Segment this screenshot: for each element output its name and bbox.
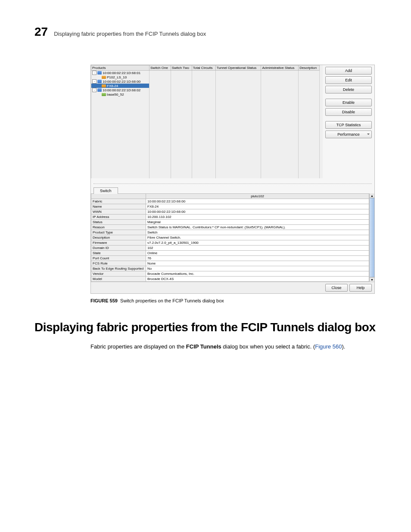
col-description[interactable]: Description (299, 65, 320, 71)
detail-row: NameFX8-24 (91, 204, 369, 209)
page-header: 27 Displaying fabric properties from the… (34, 25, 377, 39)
detail-row: Product TypeSwitch (91, 230, 369, 235)
pane-divider[interactable] (93, 184, 372, 184)
details-header: pluto102 (146, 194, 369, 199)
tree-label: 10:00:00:02:22:1D:68:01 (103, 71, 140, 75)
delete-button[interactable]: Delete (325, 86, 372, 93)
detail-row: Fabric10:00:00:02:22:1D:68:00 (91, 199, 369, 204)
detail-row: StateOnline (91, 251, 369, 256)
col-tunnel-status[interactable]: Tunnel Operational Status (215, 65, 261, 71)
collapse-icon[interactable]: - (92, 88, 97, 92)
detail-row: ModelBrocade DCX-4S (91, 277, 369, 282)
disable-button[interactable]: Disable (325, 108, 372, 116)
products-grid: Products Switch One Switch Two Total Cir… (91, 65, 320, 178)
figure-caption: FIGURE 559 Switch properties on the FCIP… (90, 298, 377, 303)
body-paragraph: Fabric properties are displayed on the F… (90, 343, 377, 351)
fcip-dialog: Products Switch One Switch Two Total Cir… (90, 65, 375, 294)
tree-label: P102_LS_10 (107, 75, 127, 79)
fabric-icon (97, 88, 102, 92)
detail-row: DescriptionFibre Channel Switch. (91, 235, 369, 240)
switch-icon (102, 93, 106, 96)
switch-icon (102, 76, 106, 79)
tree-row[interactable]: -10:00:00:02:22:1D:68:00 (91, 79, 320, 84)
detail-row: Port Count76 (91, 256, 369, 261)
scroll-up-icon[interactable]: ▲ (370, 193, 374, 198)
performance-button[interactable]: Performance (325, 131, 372, 138)
col-switch-one[interactable]: Switch One (149, 65, 171, 71)
tree-row[interactable]: base50_52 (91, 92, 320, 96)
scroll-down-icon[interactable]: ▼ (370, 277, 374, 282)
switch-tab[interactable]: Switch (93, 187, 118, 194)
collapse-icon[interactable]: - (92, 71, 97, 75)
col-products[interactable]: Products (91, 65, 149, 71)
enable-button[interactable]: Enable (325, 99, 372, 106)
col-total-circuits[interactable]: Total Circuits (192, 65, 215, 71)
fabric-icon (97, 80, 102, 83)
tree-label: FX8-24 (107, 84, 118, 88)
detail-row: FCS RoleNone (91, 261, 369, 266)
switch-icon (102, 84, 106, 87)
tree-row[interactable]: -10:00:00:02:22:1D:68:02 (91, 88, 320, 92)
tree-label: 10:00:00:02:22:1D:68:00 (103, 80, 140, 84)
tree-row[interactable]: P102_LS_10 (91, 75, 320, 79)
close-button[interactable]: Close (325, 284, 348, 292)
header-title: Displaying fabric properties from the FC… (54, 31, 206, 37)
chapter-number: 27 (34, 25, 48, 39)
details-table: pluto102 Fabric10:00:00:02:22:1D:68:00 N… (91, 193, 369, 282)
details-pane: pluto102 Fabric10:00:00:02:22:1D:68:00 N… (91, 193, 374, 282)
section-heading: Displaying fabric properties from the FC… (34, 320, 377, 334)
scrollbar[interactable]: ▲ ▼ (369, 193, 374, 282)
tree-label: base50_52 (107, 93, 124, 96)
detail-row: Firmwarev7.2.0v7.2.0_pit_a_130501_1900 (91, 240, 369, 246)
add-button[interactable]: Add (325, 67, 372, 75)
col-switch-two[interactable]: Switch Two (171, 65, 192, 71)
detail-row: StatusMarginal (91, 220, 369, 225)
detail-row: IP Address10.200.110.102 (91, 215, 369, 220)
col-admin-status[interactable]: Administrative Status (261, 65, 299, 71)
edit-button[interactable]: Edit (325, 76, 372, 84)
tcp-statistics-button[interactable]: TCP Statistics (325, 121, 372, 129)
detail-row: VendorBrocade Communications, Inc. (91, 271, 369, 277)
fabric-icon (97, 71, 102, 75)
collapse-icon[interactable]: - (92, 79, 97, 84)
detail-row: Back To Edge Routing SupportedNo (91, 266, 369, 271)
figure-link[interactable]: Figure 560 (315, 343, 342, 350)
detail-row: ReasonSwitch Status is MARGINAL. Contrib… (91, 225, 369, 230)
button-column: Add Edit Delete Enable Disable TCP Stati… (323, 65, 374, 140)
tree-label: 10:00:00:02:22:1D:68:02 (103, 88, 140, 92)
detail-row: Domain ID102 (91, 246, 369, 251)
help-button[interactable]: Help (349, 284, 372, 292)
tree-row[interactable]: -10:00:00:02:22:1D:68:01 (91, 71, 320, 75)
tree-row-selected[interactable]: FX8-24 (91, 84, 320, 88)
detail-row: WWN10:00:00:02:22:1D:68:00 (91, 209, 369, 215)
